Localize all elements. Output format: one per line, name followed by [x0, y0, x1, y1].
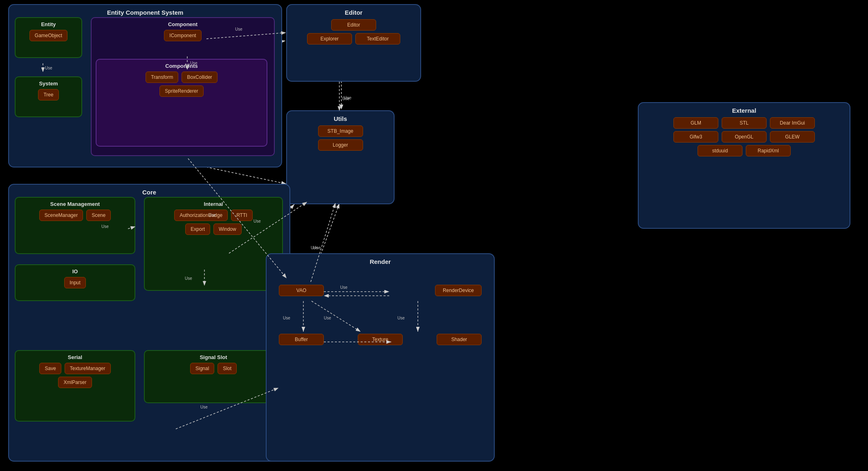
spriterenderer-item: SpriteRenderer — [159, 85, 203, 97]
serial-subgroup: Serial Save TextureManager XmlParser — [15, 350, 135, 422]
export-item: Export — [185, 223, 210, 235]
svg-text:Use: Use — [342, 96, 350, 101]
serial-title: Serial — [19, 354, 131, 360]
system-subgroup: System Tree — [15, 76, 82, 117]
svg-text:Use: Use — [311, 246, 318, 250]
render-title: Render — [271, 258, 490, 265]
texture-item: Texture — [358, 334, 403, 345]
internal-subgroup: Internal AuthorizationBadge RTTI Export … — [144, 197, 283, 291]
signal-slot-subgroup: Signal Slot Signal Slot — [144, 350, 283, 403]
glm-item: GLM — [673, 117, 718, 129]
glfw3-item: Glfw3 — [673, 131, 718, 143]
svg-text:Use: Use — [340, 285, 348, 290]
components-inner-title: Components — [100, 63, 263, 69]
component-title: Component — [95, 21, 271, 27]
vao-item: VAO — [279, 285, 324, 296]
core-title: Core — [13, 189, 285, 196]
editor-module: Editor Editor Explorer TextEditor — [286, 4, 421, 82]
scene-mgmt-title: Scene Management — [19, 201, 131, 207]
svg-text:Use: Use — [313, 245, 321, 250]
icomponent-item: IComponent — [164, 30, 201, 41]
utils-module: Utils STB_Image Logger — [286, 110, 395, 204]
shader-item: Shader — [437, 334, 482, 345]
texteditor-item: TextEditor — [355, 33, 400, 45]
save-item: Save — [39, 363, 61, 374]
opengl-item: OpenGL — [722, 131, 767, 143]
entity-title: Entity — [19, 21, 78, 27]
ecs-module: Entity Component System Entity GameObjec… — [8, 4, 282, 167]
entity-subgroup: Entity GameObject — [15, 17, 82, 58]
gameobject-item: GameObject — [29, 30, 67, 41]
buffer-item: Buffer — [279, 334, 324, 345]
render-module: Render VAO RenderDevice Buffer Texture S… — [266, 253, 495, 462]
renderdevice-item: RenderDevice — [435, 285, 482, 296]
svg-text:Use: Use — [324, 316, 331, 320]
tree-item: Tree — [38, 89, 58, 100]
rapidxml-item: RapidXml — [746, 145, 791, 156]
svg-text:Use: Use — [283, 316, 290, 320]
slot-item: Slot — [218, 363, 237, 374]
system-title: System — [19, 80, 78, 87]
external-title: External — [643, 107, 846, 114]
scene-item: Scene — [86, 210, 111, 221]
internal-title: Internal — [148, 201, 279, 207]
external-module: External GLM STL Dear ImGui Glfw3 OpenGL… — [638, 102, 850, 229]
utils-title: Utils — [291, 115, 390, 122]
svg-text:Use: Use — [343, 95, 352, 100]
transform-item: Transform — [146, 71, 178, 83]
svg-line-33 — [312, 301, 361, 332]
window-item: Window — [213, 223, 242, 235]
scene-mgmt-subgroup: Scene Management SceneManager Scene — [15, 197, 135, 254]
authbadge-item: AuthorizationBadge — [174, 210, 228, 221]
scenemanager-item: SceneManager — [39, 210, 83, 221]
diagram: Use Use Use Use Use Use Use Use Use Us — [0, 0, 868, 471]
explorer-item: Explorer — [307, 33, 352, 45]
boxcollider-item: BoxCollider — [182, 71, 217, 83]
io-title: IO — [19, 268, 131, 275]
ecs-title: Entity Component System — [13, 9, 277, 16]
stl-item: STL — [722, 117, 767, 129]
glew-item: GLEW — [770, 131, 815, 143]
component-subgroup: Component IComponent Components Transfor… — [91, 17, 275, 156]
logger-item: Logger — [318, 139, 363, 151]
xmlparser-item: XmlParser — [58, 377, 92, 388]
input-item: Input — [64, 277, 86, 288]
editor-title: Editor — [291, 9, 416, 16]
svg-text:Use: Use — [397, 316, 405, 320]
editor-item: Editor — [331, 19, 376, 31]
texturemanager-item: TextureManager — [65, 363, 111, 374]
core-module: Core Scene Management SceneManager Scene… — [8, 184, 290, 462]
rtti-item: RTTI — [231, 210, 252, 221]
stbimage-item: STB_Image — [318, 125, 363, 137]
dearmgui-item: Dear ImGui — [770, 117, 815, 129]
io-subgroup: IO Input — [15, 264, 135, 301]
signal-item: Signal — [190, 363, 214, 374]
stduuid-item: stduuid — [698, 145, 742, 156]
signal-slot-title: Signal Slot — [148, 354, 279, 360]
components-inner-subgroup: Components Transform BoxCollider SpriteR… — [96, 59, 267, 147]
